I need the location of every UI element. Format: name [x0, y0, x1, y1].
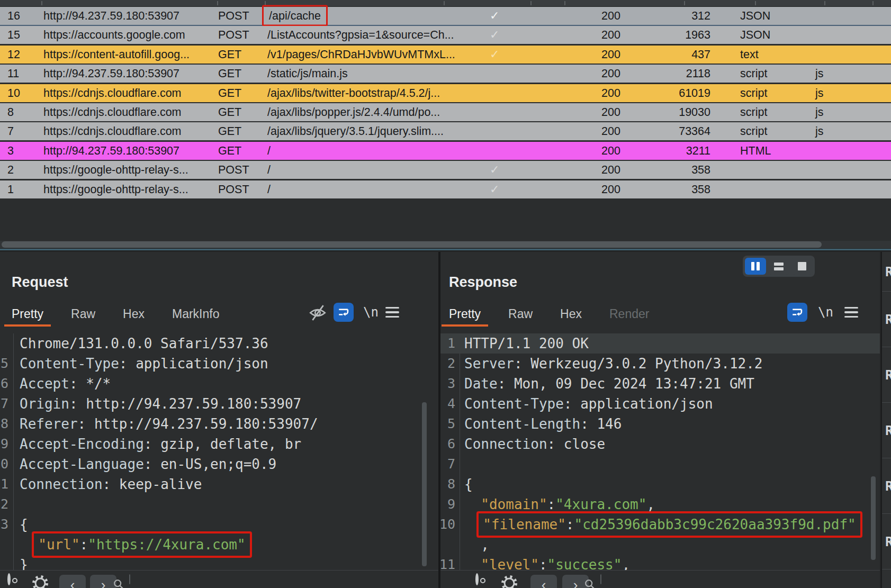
line-number: 13 — [0, 514, 8, 535]
search-input[interactable] — [600, 574, 601, 584]
inspector-section[interactable]: R — [882, 252, 891, 292]
url-cell: /v1/pages/ChRDaHJvbWUvMTMxL... — [267, 48, 455, 61]
code-text: http://94.237.59.180:53907 — [86, 396, 301, 412]
table-hscroll-thumb[interactable] — [2, 241, 822, 248]
word-wrap-toggle[interactable] — [334, 303, 354, 322]
table-row[interactable]: 10https://cdnjs.cloudflare.comGET/ajax/l… — [0, 84, 891, 102]
request-editor[interactable]: Chrome/131.0.0.0 Safari/537.365Content-T… — [0, 333, 438, 571]
editor-line: 6Accept: */* — [0, 374, 438, 394]
table-row[interactable]: 16http://94.237.59.180:53907POST/api/cac… — [0, 7, 891, 25]
length-cell: 1963 — [651, 29, 710, 42]
method-cell: GET — [218, 144, 241, 157]
table-row[interactable]: 7https://cdnjs.cloudflare.comGET/ajax/li… — [0, 122, 891, 140]
header-name: Connection — [20, 476, 103, 492]
eye-off-icon[interactable] — [309, 304, 327, 322]
column-separator-tick[interactable] — [444, 1, 445, 5]
burp-proxy-screen: 16http://94.237.59.180:53907POST/api/cac… — [0, 0, 891, 588]
method-cell: GET — [218, 105, 241, 119]
word-wrap-toggle[interactable] — [787, 303, 807, 322]
table-row[interactable]: 1https://google-ohttp-relay-s...POST/✓20… — [0, 180, 891, 198]
column-separator-tick[interactable] — [530, 1, 532, 5]
layout-rows-button[interactable] — [768, 258, 789, 275]
column-separator-tick[interactable] — [824, 1, 825, 5]
newline-toggle[interactable]: \n — [363, 303, 379, 322]
inspector-section[interactable]: R — [882, 403, 891, 458]
row-number: 16 — [7, 10, 20, 23]
column-separator-tick[interactable] — [564, 1, 565, 5]
response-scrollbar-thumb[interactable] — [871, 476, 876, 560]
inspector-section[interactable]: R — [882, 458, 891, 514]
header-name: Content-Length — [464, 416, 580, 432]
header-name: Accept-Encoding — [20, 436, 144, 452]
code-text: : — [144, 436, 160, 452]
table-row[interactable]: 2https://google-ohttp-relay-s...POST/✓20… — [0, 161, 891, 179]
extension-cell: js — [815, 105, 824, 119]
table-row[interactable]: 3http://94.237.59.180:53907GET/2003211HT… — [0, 142, 891, 160]
search-options-icon[interactable] — [475, 573, 479, 585]
mime-cell: text — [740, 48, 759, 61]
search-options-icon[interactable] — [7, 573, 11, 585]
search-input[interactable] — [129, 574, 130, 584]
editor-line: 10 "filename":"cd25396dabb3c99c2620aa393… — [440, 514, 880, 535]
code-text: : — [103, 476, 119, 492]
prev-match-button[interactable]: ‹ — [530, 575, 557, 588]
table-header-bar[interactable] — [0, 0, 891, 7]
editor-line: 8Referer: http://94.237.59.180:53907/ — [0, 414, 438, 434]
length-cell: 2118 — [651, 67, 710, 80]
inspector-section[interactable]: R — [882, 514, 891, 569]
status-cell: 200 — [601, 86, 620, 99]
row-number: 15 — [7, 29, 20, 42]
menu-icon[interactable] — [844, 303, 858, 322]
wrap-icon — [790, 305, 805, 320]
request-scrollbar-thumb[interactable] — [422, 402, 427, 566]
column-separator-tick[interactable] — [755, 1, 756, 5]
column-separator-tick[interactable] — [217, 1, 218, 5]
code-text: http://94.237.59.180:53907/ — [94, 416, 318, 432]
line-content: Accept-Encoding: gzip, deflate, br — [8, 434, 301, 454]
table-row[interactable]: 12https://content-autofill.goog...GET/v1… — [0, 46, 891, 64]
line-number: 8 — [440, 474, 455, 494]
layout-single-button[interactable] — [791, 258, 813, 275]
splitter-accent-line[interactable] — [0, 249, 891, 250]
extension-cell: js — [815, 125, 824, 138]
method-cell: GET — [218, 48, 241, 61]
inspector-section[interactable]: R — [882, 347, 891, 403]
menu-icon[interactable] — [385, 303, 399, 322]
response-editor-controls: \n — [440, 303, 880, 324]
editor-line: 5Content-Length: 146 — [440, 414, 880, 434]
editor-line: 4Content-Type: application/json — [440, 394, 880, 414]
host-cell: http://94.237.59.180:53907 — [43, 144, 179, 157]
table-row[interactable]: 8https://cdnjs.cloudflare.comGET/ajax/li… — [0, 103, 891, 121]
code-text: : — [498, 376, 514, 392]
editor-line: 10Accept-Language: en-US,en;q=0.9 — [0, 454, 438, 474]
line-content: Accept: */* — [8, 374, 111, 394]
inspector-strip[interactable]: RRRRRR — [881, 252, 891, 588]
length-cell: 437 — [651, 48, 710, 61]
params-check-icon: ✓ — [490, 163, 499, 177]
line-number — [0, 333, 8, 354]
length-cell: 358 — [651, 183, 710, 196]
url-cell: /ListAccounts?gpsia=1&source=Ch... — [267, 29, 454, 42]
prev-match-button[interactable]: ‹ — [59, 575, 86, 588]
header-name: Origin — [20, 396, 69, 412]
gear-icon[interactable] — [32, 575, 49, 588]
column-separator-tick[interactable] — [872, 1, 874, 5]
inspector-section[interactable]: R — [882, 292, 891, 347]
line-number: 7 — [440, 454, 455, 474]
line-content: HTTP/1.1 200 OK — [455, 333, 589, 354]
layout-columns-button[interactable] — [745, 258, 766, 275]
mime-cell: HTML — [740, 144, 771, 157]
code-text: en-US,en;q=0.9 — [160, 456, 276, 472]
gear-icon[interactable] — [501, 575, 518, 588]
column-separator-tick[interactable] — [684, 1, 685, 5]
header-name: Accept-Language — [20, 456, 144, 472]
table-row[interactable]: 11http://94.237.59.180:53907GET/static/j… — [0, 65, 891, 83]
response-editor[interactable]: 1HTTP/1.1 200 OK2Server: Werkzeug/3.0.2 … — [440, 333, 880, 571]
newline-toggle[interactable]: \n — [818, 303, 833, 322]
annotation-red-box: "filename":"cd25396dabb3c99c2620aa393f9d… — [476, 511, 862, 538]
status-cell: 200 — [601, 183, 620, 196]
table-row[interactable]: 15https://accounts.google.comPOST/ListAc… — [0, 26, 891, 44]
inspector-section-label: R — [885, 534, 891, 549]
column-separator-tick[interactable] — [41, 1, 42, 5]
http-history-table: 16http://94.237.59.180:53907POST/api/cac… — [0, 7, 891, 198]
